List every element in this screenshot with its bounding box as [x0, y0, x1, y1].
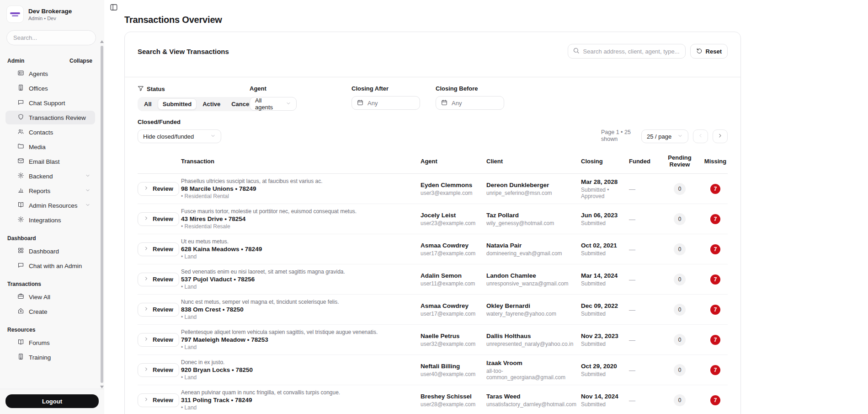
prev-page-button[interactable]	[693, 129, 708, 143]
sidebar-item-transactions-review[interactable]: Transactions Review	[5, 111, 95, 124]
sidebar-item-media[interactable]: Media	[5, 140, 95, 154]
closing-after-label: Closing After	[351, 85, 389, 92]
sidebar-item-label: Offices	[29, 85, 48, 92]
missing-badge[interactable]: 7	[710, 335, 720, 345]
transactions-search[interactable]	[568, 44, 686, 59]
review-button[interactable]: Review	[138, 212, 179, 226]
sidebar-item-label: Backend	[29, 173, 53, 180]
closing-before-value: Any	[452, 100, 462, 107]
status-filter: Status All Submitted Active Cancelled	[138, 85, 250, 111]
missing-badge[interactable]: 7	[710, 395, 720, 405]
closing-date: Oct 29, 2020	[581, 363, 629, 370]
section-label-transactions: Transactions	[7, 281, 41, 287]
sidebar-item-dashboard[interactable]: Dashboard	[5, 244, 95, 258]
sidebar-item-chat-with-an-admin[interactable]: Chat with an Admin	[5, 259, 95, 273]
missing-badge[interactable]: 7	[710, 184, 720, 194]
calendar-icon	[357, 99, 363, 107]
sidebar-search-input[interactable]	[6, 30, 96, 45]
agent-name: Asmaa Cowdrey	[421, 242, 486, 249]
missing-badge[interactable]: 7	[710, 214, 720, 224]
agent-email: user11@example.com	[421, 280, 486, 287]
review-button[interactable]: Review	[138, 303, 179, 317]
transaction-description: Pellentesque aliquet lorem vehicula sapi…	[181, 329, 421, 335]
collapse-button[interactable]: Collapse	[69, 58, 92, 64]
brand-text: Dev Brokerage Admin • Dev	[28, 8, 72, 21]
sidebar-item-label: Integrations	[29, 217, 61, 224]
sidebar-footer: Logout	[0, 389, 104, 414]
funded-value: —	[629, 397, 657, 404]
review-label: Review	[153, 276, 173, 283]
status-label: Status	[147, 86, 165, 92]
bar-chart-icon	[17, 187, 24, 195]
sidebar-item-label: Forums	[29, 339, 50, 346]
agent-select[interactable]: All agents	[250, 97, 297, 111]
transactions-search-input[interactable]	[583, 48, 681, 55]
scrollbar-down-arrow-icon[interactable]	[100, 386, 104, 388]
closing-after-date-input[interactable]: Any	[351, 96, 420, 110]
status-option-active[interactable]: Active	[197, 98, 225, 110]
sidebar-item-chat-support[interactable]: Chat Support	[5, 96, 95, 110]
missing-badge[interactable]: 7	[710, 244, 720, 254]
sidebar-item-contacts[interactable]: Contacts	[5, 125, 95, 139]
funnel-icon	[138, 85, 144, 93]
pending-review-badge: 0	[674, 243, 686, 255]
sidebar-item-forums[interactable]: Forums	[5, 336, 95, 349]
status-option-submitted[interactable]: Submitted	[158, 98, 197, 110]
page-size-value: 25 / page	[647, 133, 671, 140]
sidebar-item-label: Contacts	[29, 129, 53, 136]
mail-icon	[17, 157, 24, 166]
sidebar-item-view-all[interactable]: View All	[5, 290, 95, 304]
scrollbar-thumb[interactable]	[101, 46, 103, 383]
scrollbar-up-arrow-icon[interactable]	[100, 40, 104, 43]
missing-badge[interactable]: 7	[710, 305, 720, 315]
next-page-button[interactable]	[713, 129, 728, 143]
sidebar-item-backend[interactable]: Backend	[5, 169, 95, 183]
sidebar-item-email-blast[interactable]: Email Blast	[5, 155, 95, 168]
review-button[interactable]: Review	[138, 393, 179, 407]
funded-value: —	[629, 276, 657, 283]
sidebar-scrollbar[interactable]	[100, 40, 104, 388]
logout-button[interactable]: Logout	[5, 394, 99, 408]
transaction-address: 628 Kaina Meadows • 78249	[181, 246, 421, 253]
table-row: Review Nunc est metus, semper vel magna …	[138, 295, 728, 325]
sidebar-item-training[interactable]: Training	[5, 350, 95, 364]
sidebar-toggle-icon[interactable]	[110, 3, 118, 11]
divider	[125, 77, 740, 77]
transaction-address: 311 Poling Track • 78249	[181, 397, 421, 403]
transaction-type: • Land	[181, 314, 421, 320]
review-button[interactable]: Review	[138, 363, 179, 377]
closing-before-date-input[interactable]: Any	[436, 96, 504, 110]
sidebar-item-admin-resources[interactable]: Admin Resources	[5, 199, 95, 212]
reset-button[interactable]: Reset	[690, 44, 728, 59]
id-card-icon	[17, 70, 24, 78]
review-button[interactable]: Review	[138, 182, 179, 196]
sidebar-item-integrations[interactable]: Integrations	[5, 213, 95, 227]
pending-review-badge: 0	[674, 274, 686, 285]
review-label: Review	[153, 246, 173, 253]
client-name: Dereon Dunkleberger	[486, 182, 581, 188]
missing-badge[interactable]: 7	[710, 365, 720, 375]
review-button[interactable]: Review	[138, 333, 179, 347]
status-option-all[interactable]: All	[139, 98, 157, 110]
transaction-type: • Land	[181, 404, 421, 411]
search-icon	[573, 47, 580, 56]
page-title: Transactions Overview	[124, 15, 868, 25]
chevron-down-icon[interactable]	[85, 188, 91, 194]
pagination: Page 1 • 25 shown 25 / page	[601, 129, 728, 144]
missing-badge[interactable]: 7	[710, 274, 720, 285]
page-size-select[interactable]: 25 / page	[641, 129, 688, 143]
sidebar-item-agents[interactable]: Agents	[5, 67, 95, 81]
chevron-down-icon[interactable]	[85, 173, 91, 180]
sidebar-item-reports[interactable]: Reports	[5, 184, 95, 198]
sidebar-item-offices[interactable]: Offices	[5, 81, 95, 95]
chevron-down-icon[interactable]	[85, 202, 91, 209]
review-button[interactable]: Review	[138, 242, 179, 256]
closed-funded-select[interactable]: Hide closed/funded	[138, 129, 221, 143]
funded-value: —	[629, 306, 657, 313]
table-row: Review Sed venenatis enim eu nisi laoree…	[138, 264, 728, 295]
table-header: Transaction Agent Client Closing Funded …	[138, 154, 728, 174]
chevron-left-icon	[698, 132, 703, 140]
review-button[interactable]: Review	[138, 273, 179, 286]
people-icon	[17, 128, 24, 136]
sidebar-item-create[interactable]: Create	[5, 305, 95, 318]
